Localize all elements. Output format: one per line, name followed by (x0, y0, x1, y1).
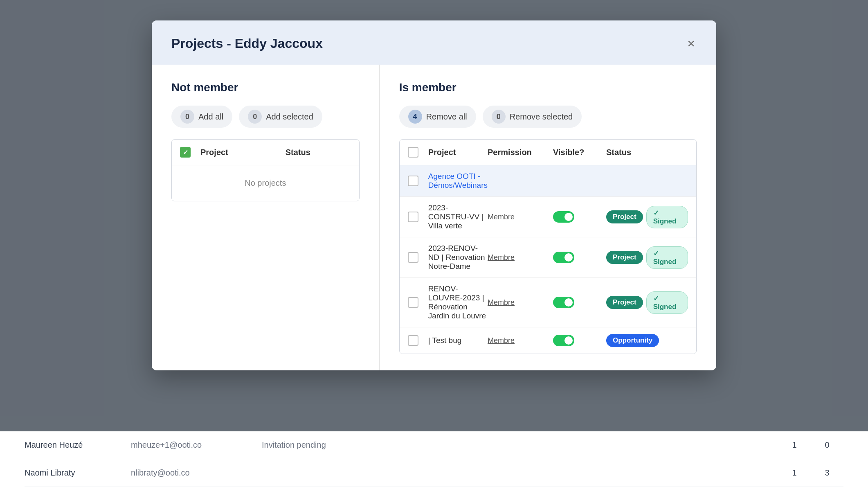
row3-permission[interactable]: Membre (488, 253, 515, 262)
right-panel: Is member 4 Remove all 0 Remove selected (380, 65, 716, 370)
bg-email-1: mheuze+1@ooti.co (131, 440, 262, 450)
modal-body: Not member 0 Add all 0 Add selected (152, 65, 716, 370)
left-col-project: Project (200, 148, 286, 157)
is-member-table: Project Permission Visible? Status Agenc… (399, 139, 697, 354)
row4-status-project: Project (606, 296, 643, 309)
row3-project-name: 2023-RENOV-ND | Renovation Notre-Dame (428, 244, 485, 271)
member-row-1: Agence OOTI - Démos/Webinars (400, 165, 696, 197)
modal: Projects - Eddy Jaccoux × Not member 0 A… (152, 20, 716, 370)
remove-all-button[interactable]: 4 Remove all (399, 106, 476, 128)
bg-num1-2: 1 (778, 468, 811, 478)
row1-checkbox[interactable] (408, 176, 418, 186)
bg-num1-1: 1 (778, 440, 811, 450)
row1-project-link[interactable]: Agence OOTI - Démos/Webinars (428, 172, 488, 189)
empty-projects-message: No projects (172, 165, 359, 201)
bg-name-2: Naomi Libraty (25, 468, 131, 478)
add-all-count: 0 (180, 110, 194, 124)
bg-email-2: nlibraty@ooti.co (131, 468, 262, 478)
row2-permission[interactable]: Membre (488, 213, 515, 221)
left-table-header: Project Status (172, 140, 359, 165)
bg-num2-1: 0 (811, 440, 843, 450)
add-all-label: Add all (198, 112, 223, 122)
row4-permission[interactable]: Membre (488, 298, 515, 307)
add-selected-button[interactable]: 0 Add selected (239, 106, 322, 128)
close-button[interactable]: × (686, 35, 697, 52)
bg-name-1: Maureen Heuzé (25, 440, 131, 450)
row5-status-opportunity: Opportunity (606, 334, 659, 347)
not-member-table: Project Status No projects (171, 139, 360, 201)
remove-selected-label: Remove selected (510, 112, 573, 122)
right-table-header: Project Permission Visible? Status (400, 140, 696, 165)
bg-table-row-2: Naomi Libraty nlibraty@ooti.co 1 3 (25, 459, 843, 487)
row5-project-name: | Test bug (428, 336, 462, 345)
member-row-5: | Test bug Membre Opportunity (400, 327, 696, 354)
row3-status-project: Project (606, 251, 643, 264)
remove-all-label: Remove all (426, 112, 467, 122)
add-selected-label: Add selected (266, 112, 313, 122)
row4-status-signed: ✓ Signed (646, 291, 688, 314)
bg-table-row-1: Maureen Heuzé mheuze+1@ooti.co Invitatio… (25, 431, 843, 459)
member-row-4: RENOV-LOUVRE-2023 | Rénovation Jardin du… (400, 278, 696, 327)
row5-visible-toggle[interactable] (553, 335, 574, 346)
remove-all-count: 4 (408, 110, 422, 124)
left-col-status: Status (286, 148, 351, 157)
remove-selected-button[interactable]: 0 Remove selected (483, 106, 582, 128)
row2-visible-toggle[interactable] (553, 211, 574, 223)
left-panel: Not member 0 Add all 0 Add selected (152, 65, 380, 370)
row4-visible-toggle[interactable] (553, 297, 574, 308)
bg-num2-2: 3 (811, 468, 843, 478)
not-member-title: Not member (171, 81, 360, 94)
remove-selected-count: 0 (492, 110, 506, 124)
row2-status-signed: ✓ Signed (646, 206, 688, 228)
row4-checkbox[interactable] (408, 297, 418, 308)
row5-permission[interactable]: Membre (488, 336, 515, 345)
select-all-checkbox-right[interactable] (408, 147, 418, 158)
row2-status-project: Project (606, 210, 643, 223)
member-row-3: 2023-RENOV-ND | Renovation Notre-Dame Me… (400, 237, 696, 278)
modal-title: Projects - Eddy Jaccoux (171, 36, 323, 51)
row5-checkbox[interactable] (408, 335, 418, 346)
is-member-title: Is member (399, 81, 697, 94)
left-action-bar: 0 Add all 0 Add selected (171, 106, 360, 128)
row3-checkbox[interactable] (408, 252, 418, 263)
right-col-visible: Visible? (553, 148, 606, 157)
select-all-checkbox-left[interactable] (180, 147, 191, 158)
row4-project-name: RENOV-LOUVRE-2023 | Rénovation Jardin du… (428, 284, 486, 320)
right-col-permission: Permission (488, 148, 553, 157)
row2-checkbox[interactable] (408, 212, 418, 222)
row3-status-signed: ✓ Signed (646, 246, 688, 269)
member-row-2: 2023-CONSTRU-VV | Villa verte Membre Pro… (400, 197, 696, 237)
row3-visible-toggle[interactable] (553, 252, 574, 263)
bg-status-1: Invitation pending (262, 440, 778, 450)
right-col-status: Status (606, 148, 688, 157)
modal-header: Projects - Eddy Jaccoux × (152, 20, 716, 65)
modal-overlay: Maureen Heuzé mheuze+1@ooti.co Invitatio… (0, 0, 868, 487)
add-all-button[interactable]: 0 Add all (171, 106, 232, 128)
add-selected-count: 0 (248, 110, 262, 124)
right-action-bar: 4 Remove all 0 Remove selected (399, 106, 697, 128)
right-col-project: Project (428, 148, 488, 157)
row2-project-name: 2023-CONSTRU-VV | Villa verte (428, 203, 484, 230)
